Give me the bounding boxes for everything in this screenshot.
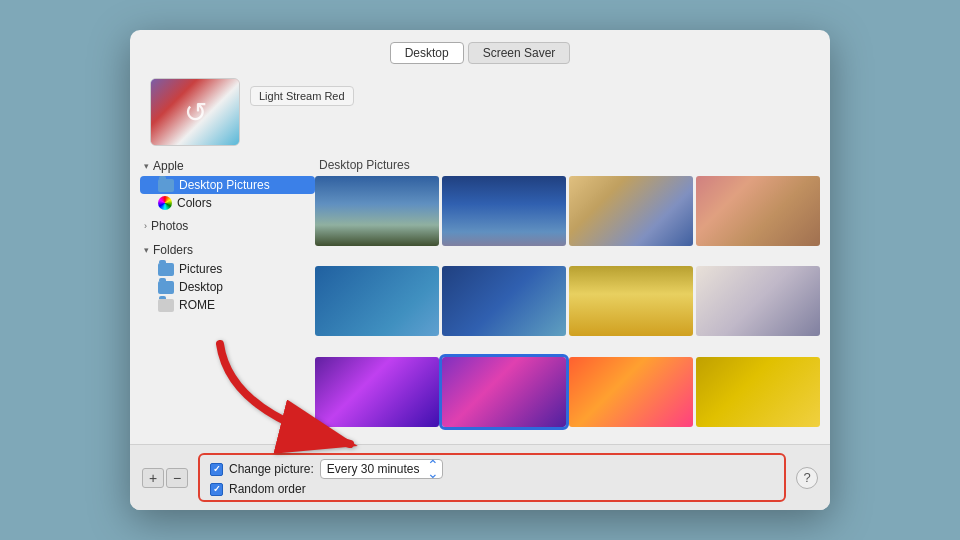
image-grid [315,176,820,444]
preview-thumbnail: ↺ [150,78,240,146]
random-order-label: Random order [229,482,306,496]
rome-folder-icon [158,299,174,312]
change-picture-dropdown[interactable]: Every 30 minutes [320,459,443,479]
options-box: Change picture: Every 30 minutes ⌃ ⌄ Ran… [198,453,786,502]
remove-button[interactable]: − [166,468,188,488]
folders-chevron-icon: ▾ [144,245,149,255]
add-button[interactable]: + [142,468,164,488]
sidebar-section-photos[interactable]: › Photos [140,216,315,236]
sidebar-section-apple[interactable]: ▾ Apple [140,156,315,176]
main-window: Desktop Screen Saver ↺ Light Stream Red … [130,30,830,510]
bottom-bar: + − Change picture: Every 30 minutes ⌃ ⌄ [130,444,830,510]
sidebar-item-desktop-folder[interactable]: Desktop [140,278,315,296]
add-remove-buttons: + − [142,468,188,488]
apple-chevron-icon: ▾ [144,161,149,171]
sidebar-section-apple-label: Apple [153,159,184,173]
sidebar-item-rome[interactable]: ROME [140,296,315,314]
grid-cell-7[interactable] [569,266,693,336]
sidebar-item-desktop-folder-label: Desktop [179,280,223,294]
content-area: ▾ Apple Desktop Pictures Colors › Photos… [130,156,830,444]
grid-cell-1[interactable] [315,176,439,246]
photos-chevron-icon: › [144,221,147,231]
title-bar: Desktop Screen Saver [130,30,830,74]
change-picture-row: Change picture: Every 30 minutes ⌃ ⌄ [210,459,774,479]
grid-cell-9[interactable] [315,357,439,427]
grid-header: Desktop Pictures [315,156,820,176]
color-wheel-icon [158,196,172,210]
sidebar-section-folders-label: Folders [153,243,193,257]
random-order-row: Random order [210,482,774,496]
grid-cell-5[interactable] [315,266,439,336]
sidebar-item-desktop-pictures-label: Desktop Pictures [179,178,270,192]
help-button[interactable]: ? [796,467,818,489]
sidebar: ▾ Apple Desktop Pictures Colors › Photos… [140,156,315,444]
sidebar-item-colors[interactable]: Colors [140,194,315,212]
sidebar-item-pictures-label: Pictures [179,262,222,276]
random-order-checkbox[interactable] [210,483,223,496]
preview-icon: ↺ [184,96,207,129]
sidebar-item-desktop-pictures[interactable]: Desktop Pictures [140,176,315,194]
change-picture-label: Change picture: [229,462,314,476]
sidebar-item-colors-label: Colors [177,196,212,210]
sidebar-section-folders[interactable]: ▾ Folders [140,240,315,260]
sidebar-item-pictures[interactable]: Pictures [140,260,315,278]
grid-area: Desktop Pictures [315,156,820,444]
tab-screen-saver[interactable]: Screen Saver [468,42,571,64]
grid-cell-11[interactable] [569,357,693,427]
grid-cell-10[interactable] [442,357,566,427]
desktop-folder-icon [158,281,174,294]
grid-cell-4[interactable] [696,176,820,246]
pictures-folder-icon [158,263,174,276]
tab-desktop[interactable]: Desktop [390,42,464,64]
sidebar-section-photos-label: Photos [151,219,188,233]
change-picture-checkbox[interactable] [210,463,223,476]
grid-cell-2[interactable] [442,176,566,246]
grid-cell-12[interactable] [696,357,820,427]
grid-cell-8[interactable] [696,266,820,336]
preview-area: ↺ Light Stream Red [130,74,830,156]
grid-cell-3[interactable] [569,176,693,246]
folder-icon [158,179,174,192]
preview-tooltip: Light Stream Red [250,86,354,106]
sidebar-item-rome-label: ROME [179,298,215,312]
grid-cell-6[interactable] [442,266,566,336]
dropdown-wrapper: Every 30 minutes ⌃ ⌄ [320,459,443,479]
